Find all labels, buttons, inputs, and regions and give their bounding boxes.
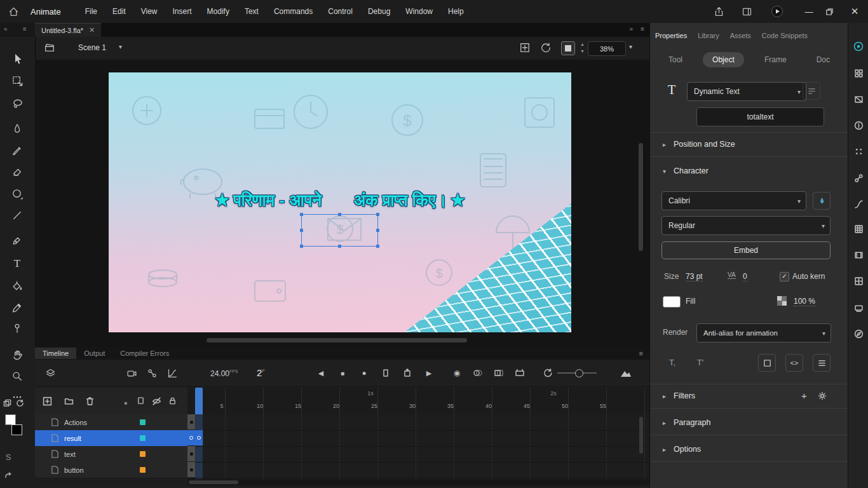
instance-name-input[interactable]: [696, 107, 824, 126]
layer-color-chip[interactable]: [140, 419, 146, 425]
tab-timeline[interactable]: Timeline: [35, 348, 76, 359]
timeline-zoom-slider[interactable]: [557, 372, 597, 374]
timeline-zoom-knob[interactable]: [575, 369, 583, 377]
share-icon[interactable]: [710, 3, 727, 20]
scene-name[interactable]: Scene 1: [78, 43, 106, 52]
new-layer-button[interactable]: [43, 396, 52, 406]
layer-color-chip[interactable]: [140, 467, 146, 473]
scene-dropdown-icon[interactable]: ▾: [119, 43, 122, 50]
asset-warp-tool[interactable]: [9, 320, 25, 336]
graph-editor-button[interactable]: [165, 365, 180, 381]
close-button[interactable]: ✕: [846, 3, 863, 20]
menu-window[interactable]: Window: [398, 0, 440, 23]
restore-button[interactable]: [821, 3, 837, 20]
layers-view-button[interactable]: [43, 365, 58, 381]
hide-layers-icon[interactable]: [152, 396, 161, 406]
font-style-dropdown[interactable]: Regular▾: [661, 216, 831, 235]
rotate-view-icon[interactable]: [14, 395, 25, 411]
layer-row-button[interactable]: button: [35, 462, 187, 478]
layer-color-chip[interactable]: [140, 451, 146, 457]
menu-modify[interactable]: Modify: [200, 0, 237, 23]
tab-code-snippets[interactable]: Code Snippets: [762, 32, 808, 39]
lock-layers-icon[interactable]: [168, 396, 177, 405]
menu-help[interactable]: Help: [440, 0, 471, 23]
zoom-tool[interactable]: [9, 368, 25, 384]
keyframe-cell[interactable]: [187, 462, 196, 477]
fill-color-swatch[interactable]: [11, 424, 22, 435]
camera-button[interactable]: [124, 365, 139, 381]
paragraph-section[interactable]: ▸ Paragraph: [663, 418, 710, 427]
zoom-stepper[interactable]: ▲▼: [580, 41, 585, 55]
stage-horizontal-scrollbar[interactable]: [207, 338, 467, 342]
insert-frame-button[interactable]: [378, 365, 393, 381]
render-html-button[interactable]: <>: [785, 354, 803, 372]
font-picker-button[interactable]: [813, 192, 831, 210]
frame-row[interactable]: [187, 414, 649, 431]
dynamic-text-selection-box[interactable]: [301, 214, 378, 247]
tab-assets[interactable]: Assets: [730, 32, 751, 39]
delete-layer-button[interactable]: [85, 396, 95, 406]
hand-tool[interactable]: [9, 346, 25, 363]
brushes-panel-icon[interactable]: [853, 146, 864, 157]
frame-row[interactable]: [187, 430, 649, 447]
layer-color-chip[interactable]: [140, 435, 146, 441]
classic-brush-tool[interactable]: [9, 142, 25, 159]
align-panel-icon[interactable]: [853, 67, 864, 79]
rotate-stage-icon[interactable]: [540, 42, 552, 53]
stage-canvas[interactable]: $ $ $ ★ परिणाम - आपने अंक प्राप्त किए। ★: [109, 72, 571, 332]
outline-layers-icon[interactable]: [137, 396, 145, 405]
tween-panel-icon[interactable]: [853, 198, 864, 210]
onion-skin-button[interactable]: [470, 365, 485, 381]
workspace-icon[interactable]: [738, 3, 755, 20]
info-panel-icon[interactable]: [853, 119, 864, 131]
menu-text[interactable]: Text: [237, 0, 266, 23]
selection-tool[interactable]: [9, 51, 25, 67]
clip-content-icon[interactable]: [561, 41, 575, 55]
text-options-button[interactable]: [813, 354, 831, 372]
layer-row-result[interactable]: result: [35, 430, 187, 447]
show-border-button[interactable]: [758, 354, 776, 372]
menu-commands[interactable]: Commands: [266, 0, 320, 23]
size-value[interactable]: 73 pt: [686, 272, 703, 281]
snap-icon[interactable]: S: [3, 449, 14, 465]
tab-overflow-icon[interactable]: »: [629, 25, 633, 32]
auto-kern-checkbox[interactable]: ✓: [780, 272, 789, 281]
center-stage-icon[interactable]: [519, 42, 531, 53]
eyedropper-tool[interactable]: [9, 299, 25, 316]
keyframe-cell[interactable]: [187, 414, 196, 430]
stage-headline-text[interactable]: ★ परिणाम - आपने अंक प्राप्त किए। ★: [109, 191, 571, 210]
document-tab[interactable]: Untitled-3.fla* ✕: [35, 23, 101, 37]
layer-parenting-button[interactable]: [144, 365, 159, 381]
text-type-dropdown[interactable]: Dynamic Text▾: [687, 82, 806, 101]
zoom-input[interactable]: 38%: [588, 41, 626, 56]
step-forward-button[interactable]: ▶: [421, 365, 437, 381]
menu-debug[interactable]: Debug: [360, 0, 398, 23]
tab-output[interactable]: Output: [76, 348, 112, 359]
play-button[interactable]: ●: [356, 365, 372, 381]
tabstrip-menu-icon[interactable]: ≡: [641, 25, 644, 32]
font-family-dropdown[interactable]: Calibri▾: [661, 191, 806, 210]
position-size-section[interactable]: ▸ Position and Size: [663, 140, 735, 149]
frame-row[interactable]: [187, 446, 649, 463]
resize-timeline-view-icon[interactable]: [618, 365, 634, 381]
center-frame-button[interactable]: ◉: [449, 365, 465, 381]
bone-panel-icon[interactable]: [853, 172, 864, 184]
loop-button[interactable]: [540, 365, 555, 381]
free-transform-tool[interactable]: [9, 72, 25, 89]
swap-colors-icon[interactable]: [3, 468, 14, 484]
options-section[interactable]: ▸ Options: [663, 445, 701, 454]
timeline-vertical-scrollbar[interactable]: [639, 417, 643, 454]
layer-row-text[interactable]: text: [35, 446, 187, 463]
subtab-object[interactable]: Object: [703, 52, 744, 67]
fill-swatch[interactable]: [663, 296, 681, 308]
tab-library[interactable]: Library: [698, 32, 719, 39]
menu-view[interactable]: View: [133, 0, 165, 23]
filters-section[interactable]: ▸ Filters: [663, 391, 695, 400]
subtab-doc[interactable]: Doc: [807, 52, 839, 67]
swatches-panel-icon[interactable]: [853, 223, 864, 234]
edit-multiple-frames-button[interactable]: [512, 365, 527, 381]
menu-edit[interactable]: Edit: [105, 0, 133, 23]
add-filter-button[interactable]: +: [801, 390, 807, 401]
stroke-color-swatch[interactable]: [5, 414, 16, 425]
tools-menu-icon[interactable]: ≡: [23, 25, 27, 32]
